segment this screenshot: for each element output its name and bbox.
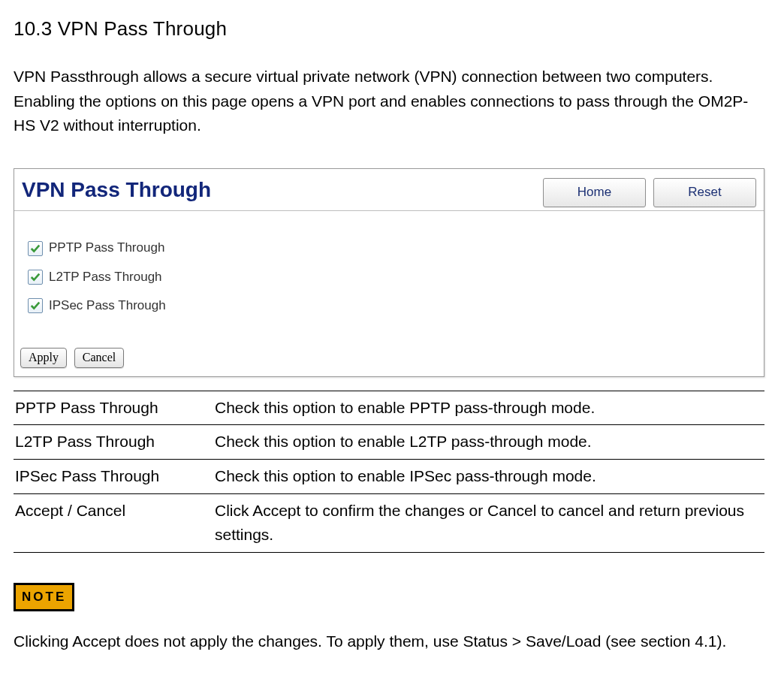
checkbox-ipsec[interactable]: [28, 298, 43, 313]
section-heading: 10.3 VPN Pass Through: [14, 14, 764, 44]
desc-cell: Check this option to enable PPTP pass-th…: [213, 391, 764, 425]
desc-cell: Check this option to enable IPSec pass-t…: [213, 460, 764, 494]
term-cell: L2TP Pass Through: [14, 425, 213, 460]
term-cell: Accept / Cancel: [14, 493, 213, 552]
table-row: IPSec Pass Through Check this option to …: [14, 460, 764, 494]
panel-footer: Apply Cancel: [14, 338, 764, 376]
option-label: PPTP Pass Through: [49, 238, 164, 258]
note-badge-label: NOTE: [16, 585, 72, 609]
panel-title: VPN Pass Through: [22, 173, 535, 207]
note-text: Clicking Accept does not apply the chang…: [14, 629, 764, 654]
table-row: PPTP Pass Through Check this option to e…: [14, 391, 764, 425]
home-button[interactable]: Home: [543, 178, 646, 207]
intro-paragraph: VPN Passthrough allows a secure virtual …: [14, 65, 764, 138]
desc-cell: Check this option to enable L2TP pass-th…: [213, 425, 764, 460]
check-icon: [30, 300, 41, 311]
option-row-pptp: PPTP Pass Through: [28, 238, 756, 258]
table-row: L2TP Pass Through Check this option to e…: [14, 425, 764, 460]
apply-button[interactable]: Apply: [20, 348, 67, 368]
vpn-panel: VPN Pass Through Home Reset PPTP Pass Th…: [14, 168, 764, 377]
checkbox-l2tp[interactable]: [28, 270, 43, 285]
option-row-ipsec: IPSec Pass Through: [28, 296, 756, 315]
panel-header: VPN Pass Through Home Reset: [14, 169, 764, 211]
option-row-l2tp: L2TP Pass Through: [28, 267, 756, 287]
desc-cell: Click Accept to confirm the changes or C…: [213, 493, 764, 552]
reset-button[interactable]: Reset: [653, 178, 756, 207]
term-cell: IPSec Pass Through: [14, 460, 213, 494]
option-label: IPSec Pass Through: [49, 296, 166, 315]
cancel-button[interactable]: Cancel: [74, 348, 124, 368]
checkbox-pptp[interactable]: [28, 241, 43, 256]
description-table: PPTP Pass Through Check this option to e…: [14, 391, 764, 553]
panel-body: PPTP Pass Through L2TP Pass Through IPSe…: [14, 211, 764, 338]
note-badge: NOTE: [14, 583, 74, 611]
table-row: Accept / Cancel Click Accept to confirm …: [14, 493, 764, 552]
check-icon: [30, 272, 41, 282]
option-label: L2TP Pass Through: [49, 267, 162, 287]
term-cell: PPTP Pass Through: [14, 391, 213, 425]
check-icon: [30, 243, 41, 254]
